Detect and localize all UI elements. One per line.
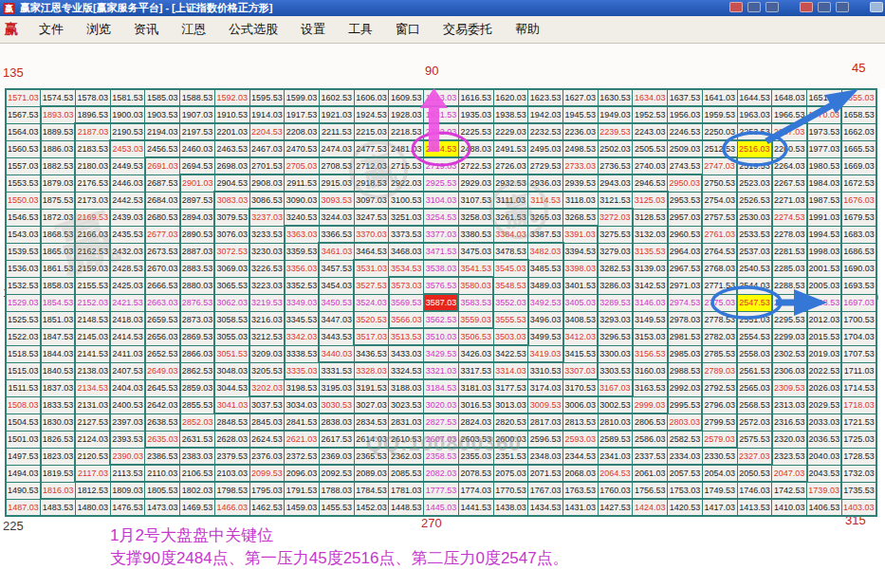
grid-cell[interactable]: 3398.03 xyxy=(563,260,599,277)
grid-cell[interactable]: 2204.53 xyxy=(249,123,285,140)
grid-cell[interactable]: 2789.03 xyxy=(702,362,737,379)
grid-cell[interactable]: 2537.03 xyxy=(737,243,772,260)
grid-cell[interactable]: 2810.03 xyxy=(598,413,633,431)
grid-cell[interactable]: 2600.03 xyxy=(493,431,528,448)
grid-cell[interactable]: 1980.53 xyxy=(807,157,842,175)
grid-cell[interactable]: 2015.53 xyxy=(807,328,842,345)
grid-cell[interactable]: 1977.03 xyxy=(807,140,842,157)
grid-cell[interactable]: 1536.03 xyxy=(6,260,41,277)
grid-cell[interactable]: 2365.53 xyxy=(354,448,389,465)
grid-cell[interactable]: 3055.03 xyxy=(214,328,249,345)
grid-cell[interactable]: 1837.03 xyxy=(41,379,76,396)
grid-cell[interactable]: 2544.03 xyxy=(737,277,772,294)
menu-item-gann[interactable]: 江恩 xyxy=(170,17,217,42)
grid-cell[interactable]: 3349.03 xyxy=(285,294,320,311)
grid-cell[interactable]: 2586.03 xyxy=(633,431,668,448)
grid-cell[interactable]: 2078.53 xyxy=(458,465,493,482)
grid-cell[interactable]: 3013.03 xyxy=(493,396,528,413)
grid-cell[interactable]: 3006.03 xyxy=(563,396,599,413)
grid-cell[interactable]: 1438.03 xyxy=(493,499,528,516)
grid-cell[interactable]: 2278.03 xyxy=(772,226,807,243)
grid-cell[interactable]: 3352.53 xyxy=(285,277,320,294)
grid-cell[interactable]: 1893.03 xyxy=(41,106,76,123)
grid-cell[interactable]: 2764.53 xyxy=(702,243,737,260)
grid-cell[interactable]: 3177.53 xyxy=(493,379,528,396)
grid-cell[interactable]: 3450.53 xyxy=(319,294,354,311)
grid-cell[interactable]: 3048.03 xyxy=(214,362,249,379)
grid-cell[interactable]: 2470.53 xyxy=(285,140,320,157)
grid-cell[interactable]: 1595.53 xyxy=(249,89,285,106)
grid-cell[interactable]: 1959.53 xyxy=(702,106,737,123)
grid-cell[interactable]: 1655.03 xyxy=(841,89,876,106)
grid-cell[interactable]: 2197.53 xyxy=(180,123,215,140)
grid-cell[interactable]: 3296.53 xyxy=(598,328,633,345)
grid-cell[interactable]: 2876.53 xyxy=(180,294,215,311)
grid-cell[interactable]: 1760.03 xyxy=(598,482,633,499)
grid-cell[interactable]: 2607.03 xyxy=(424,431,459,448)
grid-cell[interactable]: 1847.53 xyxy=(41,328,76,345)
grid-cell[interactable]: 2901.03 xyxy=(180,175,215,192)
grid-cell[interactable]: 2218.53 xyxy=(389,123,424,140)
grid-cell[interactable]: 1641.03 xyxy=(702,89,737,106)
grid-cell[interactable]: 2397.03 xyxy=(110,413,145,431)
grid-cell[interactable]: 2981.53 xyxy=(668,328,703,345)
grid-cell[interactable]: 2313.03 xyxy=(772,396,807,413)
grid-cell[interactable]: 1714.53 xyxy=(841,379,876,396)
grid-cell[interactable]: 2271.03 xyxy=(772,192,807,209)
grid-cell[interactable]: 1868.53 xyxy=(41,226,76,243)
grid-cell[interactable]: 2754.03 xyxy=(702,192,737,209)
grid-cell[interactable]: 2330.53 xyxy=(702,448,737,465)
menu-item-tools[interactable]: 工具 xyxy=(337,17,384,42)
grid-cell[interactable]: 1448.53 xyxy=(389,499,424,516)
grid-cell[interactable]: 2960.53 xyxy=(668,226,703,243)
grid-cell[interactable]: 2358.53 xyxy=(424,448,459,465)
grid-cell[interactable]: 2141.53 xyxy=(75,345,110,362)
grid-cell[interactable]: 3058.53 xyxy=(214,311,249,328)
grid-cell[interactable]: 1851.03 xyxy=(41,311,76,328)
grid-cell[interactable]: 2057.53 xyxy=(668,465,703,482)
grid-cell[interactable]: 1966.53 xyxy=(772,106,807,123)
grid-cell[interactable]: 2782.03 xyxy=(702,328,737,345)
grid-cell[interactable]: 2645.53 xyxy=(145,379,180,396)
grid-cell[interactable]: 1707.53 xyxy=(841,345,876,362)
grid-cell[interactable]: 2110.03 xyxy=(145,465,180,482)
window-control-icon[interactable] xyxy=(800,2,813,12)
grid-cell[interactable]: 1970.03 xyxy=(807,106,842,123)
grid-cell[interactable]: 1686.53 xyxy=(841,243,876,260)
grid-cell[interactable]: 3380.53 xyxy=(458,226,493,243)
grid-cell[interactable]: 2663.03 xyxy=(145,294,180,311)
grid-cell[interactable]: 1445.03 xyxy=(424,499,459,516)
grid-cell[interactable]: 1406.53 xyxy=(807,499,842,516)
grid-cell[interactable]: 3506.53 xyxy=(458,328,493,345)
grid-cell[interactable]: 3016.53 xyxy=(458,396,493,413)
grid-cell[interactable]: 1910.53 xyxy=(214,106,249,123)
grid-cell[interactable]: 3261.53 xyxy=(493,209,528,226)
grid-cell[interactable]: 2561.53 xyxy=(737,362,772,379)
grid-cell[interactable]: 1928.03 xyxy=(389,106,424,123)
grid-cell[interactable]: 1525.53 xyxy=(6,311,41,328)
grid-cell[interactable]: 2558.03 xyxy=(737,345,772,362)
grid-cell[interactable]: 2092.53 xyxy=(319,465,354,482)
grid-cell[interactable]: 1942.03 xyxy=(528,106,563,123)
grid-cell[interactable]: 2138.03 xyxy=(75,362,110,379)
grid-cell[interactable]: 2715.53 xyxy=(389,157,424,175)
grid-cell[interactable]: 1501.03 xyxy=(6,431,41,448)
grid-cell[interactable]: 3286.03 xyxy=(598,277,633,294)
grid-cell[interactable]: 2792.53 xyxy=(702,379,737,396)
grid-cell[interactable]: 2866.03 xyxy=(180,345,215,362)
grid-cell[interactable]: 2425.03 xyxy=(110,277,145,294)
grid-cell[interactable]: 2642.03 xyxy=(145,396,180,413)
grid-cell[interactable]: 2036.53 xyxy=(807,431,842,448)
grid-cell[interactable]: 3272.03 xyxy=(598,209,633,226)
grid-cell[interactable]: 1767.03 xyxy=(528,482,563,499)
grid-cell[interactable]: 1473.03 xyxy=(145,499,180,516)
grid-cell[interactable]: 1490.53 xyxy=(6,482,41,499)
grid-cell[interactable]: 2869.53 xyxy=(180,328,215,345)
grid-cell[interactable]: 3324.53 xyxy=(389,362,424,379)
grid-cell[interactable]: 1802.03 xyxy=(180,482,215,499)
grid-cell[interactable]: 1550.03 xyxy=(6,192,41,209)
grid-cell[interactable]: 3366.53 xyxy=(319,226,354,243)
grid-cell[interactable]: 3282.53 xyxy=(598,260,633,277)
grid-cell[interactable]: 1830.03 xyxy=(41,413,76,431)
grid-cell[interactable]: 1749.53 xyxy=(702,482,737,499)
